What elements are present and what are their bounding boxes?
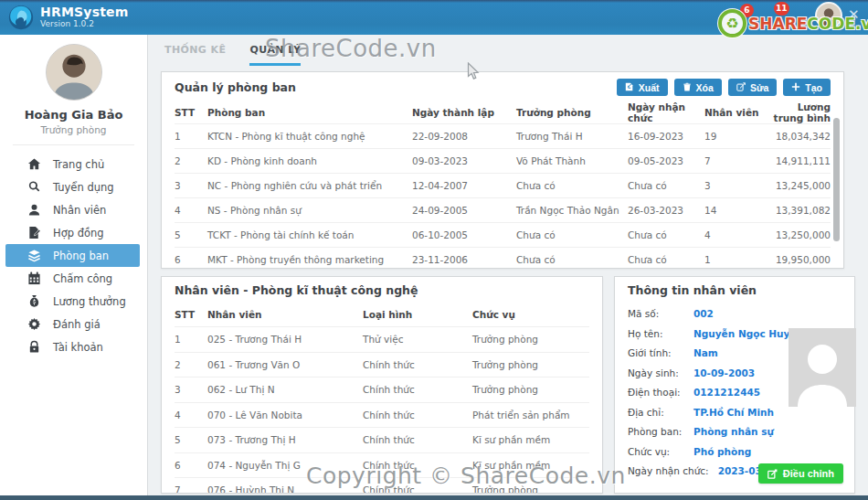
edit-icon <box>736 82 746 93</box>
plus-icon <box>791 82 800 93</box>
department-table-row[interactable]: 3NC - Phòng nghiên cứu và phát triển 12-… <box>175 173 831 197</box>
department-table-header: STTPhòng banNgày thành lậpTrưởng phòngNg… <box>175 101 831 123</box>
info-field-label: Điện thoại: <box>628 387 684 398</box>
department-panel-title: Quản lý phòng ban <box>175 80 296 94</box>
info-panel-title: Thông tin nhân viên <box>628 283 757 297</box>
employee-panel-title: Nhân viên - Phòng kĩ thuật công nghệ <box>175 283 418 297</box>
info-field-label: Địa chỉ: <box>628 407 684 418</box>
sidebar: Hoàng Gia Bảo Trưởng phòng Trang chủ Tuy… <box>0 35 148 495</box>
table-scrollbar[interactable] <box>833 118 840 241</box>
column-header: STT <box>175 107 207 118</box>
lock-icon <box>27 340 41 354</box>
employee-panel: Nhân viên - Phòng kĩ thuật công nghệ STT… <box>161 276 603 494</box>
adjust-button[interactable]: Điều chỉnh <box>758 463 843 484</box>
department-table-row[interactable]: 5TCKT - Phòng tài chính kế toán 06-10-20… <box>175 222 831 247</box>
person-icon <box>27 203 41 217</box>
tab-thong-ke[interactable]: THỐNG KÊ <box>164 44 226 66</box>
xoa-button[interactable]: Xóa <box>674 79 722 96</box>
home-icon <box>27 157 41 171</box>
column-header: Loại hình <box>363 309 472 320</box>
avatar-photo <box>47 45 101 100</box>
user-name: Hoàng Gia Bảo <box>0 108 147 122</box>
sharecode-logo-icon: ♻ <box>718 9 746 37</box>
copyright-watermark: Copyright © ShareCode.vn <box>306 463 626 489</box>
sidebar-item-hop-dong[interactable]: Hợp đồng <box>5 221 140 244</box>
employee-table-row[interactable]: 1025 - Trương Thái H Thử việcTrưởng phòn… <box>175 326 589 352</box>
edit-icon <box>767 469 778 479</box>
info-field-value: Phòng nhân sự <box>693 426 774 437</box>
sidebar-item-danh-gia[interactable]: Đánh giá <box>5 313 140 335</box>
app-title: HRMSystem <box>40 5 129 19</box>
info-field-value: TP.Hồ Chí Minh <box>693 407 774 418</box>
money-bag-icon <box>27 294 41 308</box>
employee-table-row[interactable]: 3062 - Lư Thị N Chính thứcTrưởng phòng <box>175 377 589 402</box>
mouse-cursor <box>467 62 481 81</box>
department-table-row[interactable]: 6MKT - Phòng truyền thông marketing 23-1… <box>175 247 831 271</box>
sidebar-menu: Trang chủ Tuyển dụng Nhân viên Hợp đồng … <box>0 153 147 358</box>
hrm-window: HRMSystem Version 1.0.2 6 11 ✕ ♻SHARECOD… <box>0 0 868 500</box>
info-field-value: 0121212445 <box>693 387 760 398</box>
employee-table-row[interactable]: 2061 - Trương Văn O Chính thứcTrưởng phò… <box>175 352 589 378</box>
column-header: Chức vụ <box>472 309 589 320</box>
column-header: Ngày nhận chức <box>628 101 704 123</box>
info-field-label: Ngày sinh: <box>628 367 684 378</box>
info-fields: Mã số: 002 Họ tên: Nguyễn Ngọc Huy Giới … <box>615 301 854 456</box>
sidebar-item-cham-cong[interactable]: Chấm công <box>5 267 140 290</box>
contract-icon <box>27 226 41 239</box>
sidebar-item-tai-khoan[interactable]: Tài khoản <box>5 335 140 358</box>
xuat-button[interactable]: Xuất <box>617 79 668 96</box>
column-header: Trưởng phòng <box>516 107 628 118</box>
column-header: Ngày thành lập <box>412 107 516 118</box>
info-field-value: Phó phòng <box>693 446 751 457</box>
sharecode-watermark-logo: ♻SHARECODE.vn <box>718 9 868 37</box>
employee-photo-placeholder <box>789 328 856 407</box>
export-icon <box>625 82 634 93</box>
sidebar-item-nhan-vien[interactable]: Nhân viên <box>5 198 140 221</box>
employee-table-header: STTNhân viênLoại hìnhChức vụ <box>175 303 589 326</box>
info-field-label: Giới tính: <box>628 347 684 358</box>
user-avatar <box>46 44 102 101</box>
department-panel: Quản lý phòng ban Xuất Xóa Sửa Tạo STTPh… <box>161 71 844 269</box>
tao-button[interactable]: Tạo <box>783 79 831 96</box>
sharecode-watermark-text: ShareCode.vn <box>265 35 437 62</box>
sidebar-item-phong-ban[interactable]: Phòng ban <box>5 244 140 267</box>
employee-info-panel: Thông tin nhân viên Mã số: 002 Họ tên: N… <box>614 276 855 494</box>
sidebar-item-trang-chu[interactable]: Trang chủ <box>5 153 140 176</box>
search-icon <box>27 180 41 194</box>
info-field: Phòng ban: Phòng nhân sự <box>628 426 842 446</box>
column-header: Lương trung bình <box>770 101 831 123</box>
sidebar-item-luong-thuong[interactable]: Lương thưởng <box>5 290 140 313</box>
column-header: Nhân viên <box>207 309 363 320</box>
layers-icon <box>27 249 41 262</box>
adjust-button-label: Điều chỉnh <box>783 468 834 479</box>
watermark-vn-text: .vn <box>855 15 868 33</box>
info-field: Mã số: 002 <box>628 308 842 328</box>
department-table-row[interactable]: 1KTCN - Phòng kĩ thuật công nghệ 22-09-2… <box>175 123 831 148</box>
employee-table-row[interactable]: 5073 - Trương Thị H Chính thứcKĩ sư phần… <box>175 427 589 452</box>
column-header: STT <box>175 309 207 320</box>
employee-table-row[interactable]: 4070 - Lê Văn Nobita Chính thứcPhát triể… <box>175 402 589 428</box>
info-field-label: Mã số: <box>628 308 684 319</box>
main-content: THỐNG KÊ QUẢN LÝ ShareCode.vn Quản lý ph… <box>148 35 868 495</box>
gear-icon <box>27 317 41 331</box>
user-role: Trưởng phòng <box>13 124 134 145</box>
watermark-share-text: SHARE <box>748 15 807 33</box>
sua-button[interactable]: Sửa <box>728 79 777 96</box>
sidebar-item-tuyen-dung[interactable]: Tuyển dụng <box>5 176 140 198</box>
watermark-code-text: CODE <box>807 15 855 33</box>
info-field-value: Nguyễn Ngọc Huy <box>693 328 789 339</box>
department-table-row[interactable]: 2KD - Phòng kinh doanh 09-03-2023Võ Phát… <box>175 148 831 173</box>
trash-icon <box>683 82 692 93</box>
info-field-label: Họ tên: <box>628 328 684 339</box>
window-bottom-bar <box>0 495 868 500</box>
department-table-row[interactable]: 4NS - Phòng nhân sự 24-09-2005Trần Ngọc … <box>175 197 831 222</box>
app-logo-icon <box>7 4 35 31</box>
info-field-label: Ngày nhận chức: <box>628 465 709 476</box>
info-field: Chức vụ: Phó phòng <box>628 446 842 466</box>
department-toolbar: Xuất Xóa Sửa Tạo <box>617 79 831 96</box>
person-placeholder-icon <box>789 328 856 407</box>
info-field-value: 10-09-2003 <box>693 367 755 378</box>
info-field-value: Nam <box>693 347 718 358</box>
column-header: Nhân viên <box>704 107 770 118</box>
info-field-label: Phòng ban: <box>628 426 684 437</box>
